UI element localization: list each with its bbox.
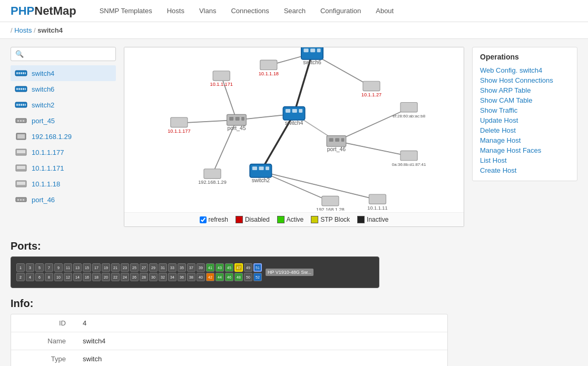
sidebar-item-switch2[interactable]: switch2	[11, 97, 116, 113]
port-26[interactable]: 26	[130, 273, 139, 281]
port-40[interactable]: 40	[197, 273, 205, 281]
port-14[interactable]: 14	[73, 273, 82, 281]
port-39[interactable]: 39	[197, 263, 205, 272]
sidebar-item-10.1.1.171[interactable]: 10.1.1.171	[11, 160, 116, 176]
port-44[interactable]: 44	[215, 273, 224, 281]
port-17[interactable]: 17	[92, 263, 101, 272]
op-update-host[interactable]: Update Host	[480, 115, 570, 125]
port-19[interactable]: 19	[102, 263, 110, 272]
port-12[interactable]: 12	[64, 273, 72, 281]
port-48[interactable]: 48	[234, 273, 243, 281]
device-icon-10.1.1.18	[14, 178, 28, 190]
svg-rect-31	[17, 199, 19, 201]
op-show-arp[interactable]: Show ARP Table	[480, 85, 570, 95]
port-5[interactable]: 5	[35, 263, 44, 272]
port-13[interactable]: 13	[73, 263, 82, 272]
port-36[interactable]: 36	[178, 273, 186, 281]
port-7[interactable]: 7	[45, 263, 53, 272]
port-46[interactable]: 46	[225, 273, 233, 281]
port-15[interactable]: 15	[83, 263, 91, 272]
network-map[interactable]: switch4 switch6 switch2	[124, 47, 464, 211]
refresh-toggle[interactable]: refresh	[200, 216, 228, 223]
breadcrumb-parent[interactable]: Hosts	[14, 26, 32, 34]
svg-rect-3	[21, 72, 22, 74]
op-manage-host[interactable]: Manage Host	[480, 135, 570, 145]
port-42[interactable]: 42	[206, 273, 214, 281]
port-23[interactable]: 23	[121, 263, 129, 272]
port-49[interactable]: 49	[244, 263, 252, 272]
port-20[interactable]: 20	[102, 273, 110, 281]
port-11[interactable]: 11	[64, 263, 72, 272]
port-33[interactable]: 33	[168, 263, 177, 272]
port-1[interactable]: 1	[16, 263, 25, 272]
sidebar-label-10.1.1.177: 10.1.1.177	[32, 149, 64, 156]
port-52[interactable]: 52	[253, 273, 262, 281]
refresh-checkbox[interactable]	[200, 216, 207, 223]
logo[interactable]: PHPNetMap	[11, 4, 76, 18]
port-4[interactable]: 4	[26, 273, 34, 281]
search-icon: 🔍	[15, 50, 24, 58]
sidebar-item-switch4[interactable]: switch4	[11, 65, 116, 81]
sidebar-item-port45[interactable]: port_45	[11, 113, 116, 128]
nav-configuration[interactable]: Configuration	[313, 0, 368, 22]
sidebar-item-port46[interactable]: port_46	[11, 192, 116, 207]
port-47[interactable]: 47	[234, 263, 243, 272]
svg-rect-82	[400, 102, 417, 112]
svg-rect-54	[310, 48, 315, 52]
port-22[interactable]: 22	[111, 273, 120, 281]
op-create-host[interactable]: Create Host	[480, 165, 570, 175]
port-38[interactable]: 38	[187, 273, 195, 281]
port-28[interactable]: 28	[140, 273, 148, 281]
port-50[interactable]: 50	[244, 273, 252, 281]
info-table: ID 4 Name switch4 Type switch	[11, 314, 448, 366]
op-list-host[interactable]: List Host	[480, 155, 570, 165]
op-delete-host[interactable]: Delete Host	[480, 125, 570, 135]
sidebar-item-10.1.1.177[interactable]: 10.1.1.177	[11, 144, 116, 160]
nav-snmp-templates[interactable]: SNMP Templates	[92, 0, 160, 22]
port-10[interactable]: 10	[54, 273, 63, 281]
port-35[interactable]: 35	[178, 263, 186, 272]
port-37[interactable]: 37	[187, 263, 195, 272]
svg-rect-47	[283, 107, 305, 120]
port-41[interactable]: 41	[206, 263, 214, 272]
search-box[interactable]: 🔍	[11, 47, 116, 61]
nav-about[interactable]: About	[368, 0, 401, 22]
port-29[interactable]: 29	[149, 263, 158, 272]
op-show-connections[interactable]: Show Host Connections	[480, 75, 570, 85]
nav-hosts[interactable]: Hosts	[160, 0, 192, 22]
legend-stp: STP Block	[311, 216, 350, 223]
sidebar-item-10.1.1.18[interactable]: 10.1.1.18	[11, 176, 116, 192]
sidebar-item-switch6[interactable]: switch6	[11, 81, 116, 97]
op-show-cam[interactable]: Show CAM Table	[480, 95, 570, 105]
svg-text:192.168.1.28: 192.168.1.28	[316, 207, 345, 211]
op-manage-faces[interactable]: Manage Host Faces	[480, 145, 570, 155]
svg-text:10.1.1.11: 10.1.1.11	[367, 205, 387, 211]
port-21[interactable]: 21	[111, 263, 120, 272]
nav-connections[interactable]: Connections	[223, 0, 276, 22]
sidebar-label-port46: port_46	[32, 196, 55, 204]
port-51[interactable]: 51	[253, 263, 262, 272]
port-8[interactable]: 8	[45, 273, 53, 281]
port-24[interactable]: 24	[121, 273, 129, 281]
port-25[interactable]: 25	[130, 263, 139, 272]
search-input[interactable]	[26, 50, 111, 58]
svg-rect-60	[266, 166, 269, 170]
port-31[interactable]: 31	[159, 263, 167, 272]
port-30[interactable]: 30	[149, 273, 158, 281]
port-9[interactable]: 9	[54, 263, 63, 272]
port-6[interactable]: 6	[35, 273, 44, 281]
port-27[interactable]: 27	[140, 263, 148, 272]
sidebar-item-192168129[interactable]: 192.168.1.29	[11, 128, 116, 144]
op-show-traffic[interactable]: Show Traffic	[480, 105, 570, 115]
nav-search[interactable]: Search	[277, 0, 313, 22]
port-3[interactable]: 3	[26, 263, 34, 272]
port-32[interactable]: 32	[159, 273, 167, 281]
port-34[interactable]: 34	[168, 273, 177, 281]
port-16[interactable]: 16	[83, 273, 91, 281]
port-18[interactable]: 18	[92, 273, 101, 281]
port-43[interactable]: 43	[215, 263, 224, 272]
port-2[interactable]: 2	[16, 273, 25, 281]
nav-vlans[interactable]: Vlans	[192, 0, 224, 22]
op-web-config[interactable]: Web Config. switch4	[480, 65, 570, 75]
port-45[interactable]: 45	[225, 263, 233, 272]
